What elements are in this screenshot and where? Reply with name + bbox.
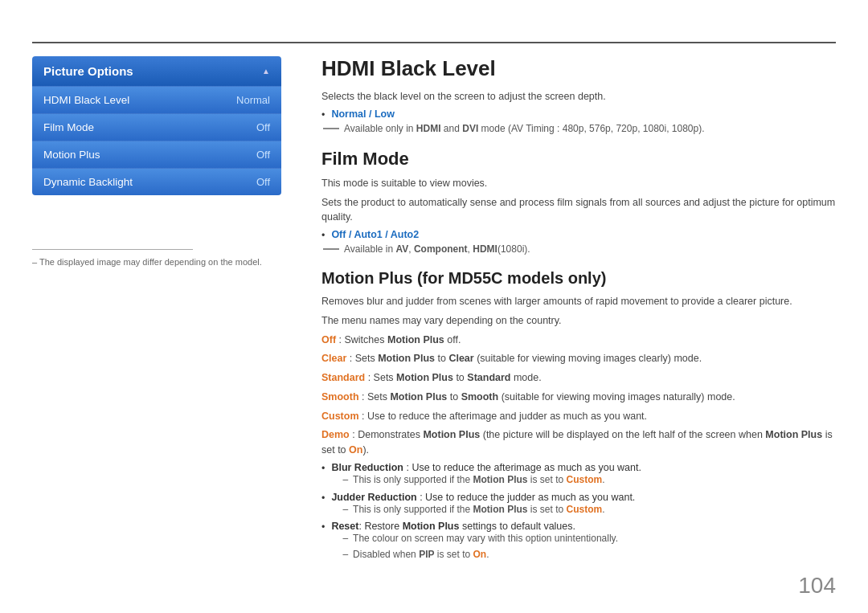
- hdmi-desc: Selects the black level on the screen to…: [321, 89, 836, 104]
- motion-line-demo: Demo : Demonstrates Motion Plus (the pic…: [321, 427, 836, 458]
- reset-dash-1-icon: –: [342, 532, 348, 546]
- motion-subbullet-judder: • Judder Reduction : Use to reduce the j…: [321, 492, 836, 519]
- film-desc2: Sets the product to automatically sense …: [321, 195, 836, 226]
- reset-label: Reset: Restore Motion Plus settings to d…: [331, 521, 575, 532]
- hdmi-bullet-1: • Normal / Low: [321, 108, 836, 121]
- sidebar-item-dynamic-value: Off: [256, 176, 270, 188]
- reset-bullet-dot: •: [321, 521, 325, 533]
- sidebar-item-film-label: Film Mode: [43, 121, 94, 133]
- dash-icon: –: [342, 473, 348, 487]
- film-bullet-1: • Off / Auto1 / Auto2: [321, 229, 836, 241]
- judder-subnote: – This is only supported if the Motion P…: [342, 503, 635, 517]
- motion-line-smooth: Smooth : Sets Motion Plus to Smooth (sui…: [321, 390, 836, 405]
- blur-subnote-text: This is only supported if the Motion Plu…: [353, 473, 604, 487]
- hdmi-available-note: Available only in HDMI and DVI mode (AV …: [323, 123, 836, 134]
- film-options: Off / Auto1 / Auto2: [331, 229, 419, 240]
- motion-desc2: The menu names may vary depending on the…: [321, 313, 836, 329]
- sidebar-item-motion[interactable]: Motion Plus Off: [32, 141, 281, 168]
- film-available-note: Available in AV, Component, HDMI(1080i).: [323, 243, 836, 255]
- blur-reduction-label: Blur Reduction : Use to reduce the after…: [331, 462, 641, 473]
- sidebar-header-label: Picture Options: [43, 64, 133, 78]
- bullet-dot-icon: •: [321, 109, 325, 121]
- sidebar-panel: Picture Options ▲ HDMI Black Level Norma…: [32, 56, 281, 195]
- reset-subnote-2: – Disabled when PIP is set to On.: [342, 548, 618, 562]
- motion-subbullet-reset: • Reset: Restore Motion Plus settings to…: [321, 521, 836, 564]
- sidebar-divider: [32, 249, 193, 250]
- film-desc1: This mode is suitable to view movies.: [321, 176, 836, 191]
- motion-section-title: Motion Plus (for MD55C models only): [321, 269, 836, 288]
- judder-bullet-dot: •: [321, 492, 325, 504]
- film-bullet-dot-icon: •: [321, 230, 325, 241]
- film-dash-icon: [323, 248, 339, 250]
- sidebar-item-dynamic-label: Dynamic Backlight: [43, 176, 133, 188]
- sidebar-arrow-icon: ▲: [262, 67, 270, 76]
- dash-line-icon: [323, 128, 339, 129]
- motion-line-off: Off : Switches Motion Plus off.: [321, 333, 836, 348]
- reset-subnote-1: – The colour on screen may vary with thi…: [342, 532, 618, 546]
- motion-subbullet-blur: • Blur Reduction : Use to reduce the aft…: [321, 462, 836, 489]
- blur-bullet-dot: •: [321, 463, 325, 474]
- sidebar-item-motion-value: Off: [256, 149, 270, 161]
- hdmi-note-text: Available only in HDMI and DVI mode (AV …: [344, 123, 705, 134]
- sidebar-item-film-value: Off: [256, 121, 270, 133]
- sidebar-note: – The displayed image may differ dependi…: [32, 257, 273, 267]
- reset-subnote-2-text: Disabled when PIP is set to On.: [353, 548, 489, 562]
- sidebar-header: Picture Options ▲: [32, 56, 281, 86]
- film-section-title: Film Mode: [321, 149, 836, 170]
- motion-line-custom: Custom : Use to reduce the afterimage an…: [321, 409, 836, 424]
- main-content: HDMI Black Level Selects the black level…: [321, 56, 836, 581]
- motion-desc1: Removes blur and judder from scenes with…: [321, 294, 836, 309]
- sidebar-item-dynamic[interactable]: Dynamic Backlight Off: [32, 168, 281, 195]
- top-divider: [32, 42, 836, 43]
- motion-line-standard: Standard : Sets Motion Plus to Standard …: [321, 370, 836, 386]
- hdmi-options: Normal / Low: [331, 108, 394, 120]
- judder-dash-icon: –: [342, 503, 348, 517]
- sidebar-item-hdmi-value: Normal: [236, 94, 270, 106]
- reset-dash-2-icon: –: [342, 548, 348, 562]
- sidebar-item-film[interactable]: Film Mode Off: [32, 113, 281, 141]
- motion-line-clear: Clear : Sets Motion Plus to Clear (suita…: [321, 351, 836, 366]
- sidebar-item-hdmi[interactable]: HDMI Black Level Normal: [32, 86, 281, 113]
- reset-subnote-1-text: The colour on screen may vary with this …: [353, 532, 618, 546]
- hdmi-section-title: HDMI Black Level: [321, 56, 836, 81]
- sidebar-item-hdmi-label: HDMI Black Level: [43, 94, 129, 106]
- judder-reduction-label: Judder Reduction : Use to reduce the jud…: [331, 492, 635, 503]
- sidebar-item-motion-label: Motion Plus: [43, 149, 100, 161]
- page-number: 104: [798, 573, 836, 599]
- judder-subnote-text: This is only supported if the Motion Plu…: [353, 503, 604, 517]
- film-note-text: Available in AV, Component, HDMI(1080i).: [344, 243, 530, 255]
- blur-subnote: – This is only supported if the Motion P…: [342, 473, 641, 487]
